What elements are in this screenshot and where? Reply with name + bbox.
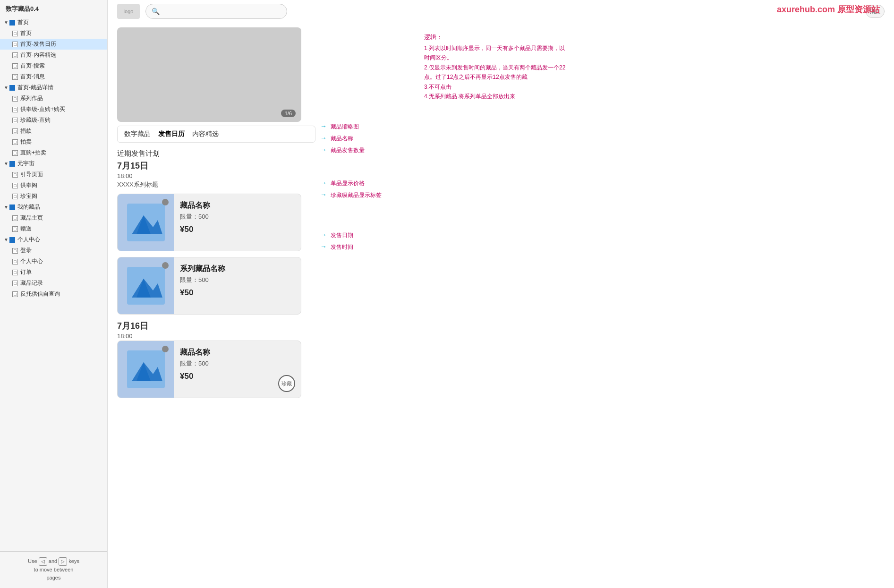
product-name-1: 藏品名称: [180, 201, 295, 211]
annot-time: → 发售时间: [320, 242, 353, 251]
tree-label-22: 个人中心: [20, 257, 43, 265]
product-info-2: 系列藏品名称 限量：500 ¥50: [174, 257, 301, 314]
product-limit-3: 限量：500: [180, 359, 295, 368]
page-icon-16: □: [12, 194, 18, 199]
sidebar-item-14[interactable]: □引导页面: [0, 169, 107, 180]
left-panel: 1/6 数字藏品 发售日历 内容精选 近期发售计划 7月15日 18:00 XX…: [117, 27, 315, 583]
product-card-2: 系列藏品名称 限量：500 ¥50: [117, 257, 301, 315]
page-icon-8: □: [12, 107, 18, 112]
sidebar-item-12[interactable]: □直购+拍卖: [0, 147, 107, 158]
sidebar-item-15[interactable]: □供奉阁: [0, 180, 107, 191]
tree-label-19: 赠送: [20, 225, 32, 233]
sidebar-item-1[interactable]: □首页: [0, 28, 107, 39]
sale-section: 近期发售计划 7月15日 18:00 XXXX系列标题: [117, 149, 315, 409]
mountain-icon-2: [127, 267, 165, 305]
search-bar[interactable]: 🔍: [145, 4, 287, 19]
group-icon-6: [9, 85, 15, 91]
sidebar-item-24[interactable]: □藏品记录: [0, 278, 107, 289]
sidebar-item-22[interactable]: □个人中心: [0, 256, 107, 267]
time-label-1: 18:00: [117, 172, 315, 179]
sidebar-item-25[interactable]: □反托供信自查询: [0, 289, 107, 299]
sidebar-item-17[interactable]: ▼我的藏品: [0, 202, 107, 213]
page-icon-4: □: [12, 63, 18, 69]
sidebar-item-8[interactable]: □供奉级-直购+购买: [0, 104, 107, 115]
tree-label-25: 反托供信自查询: [20, 290, 60, 298]
tree-label-7: 系列作品: [20, 94, 43, 102]
sidebar-item-20[interactable]: ▼个人中心: [0, 234, 107, 245]
sidebar-item-11[interactable]: □拍卖: [0, 136, 107, 147]
product-limit-1: 限量：500: [180, 213, 295, 221]
badge-zhen: 珍藏: [278, 375, 295, 392]
arrow-quantity: →: [320, 146, 327, 153]
sidebar-tree: ▼首页□首页□首页-发售日历□首页-内容精选□首页-搜索□首页-消息▼首页-藏品…: [0, 17, 107, 551]
product-card-3: 藏品名称 限量：500 ¥50 珍藏: [117, 341, 301, 398]
tree-label-18: 藏品主页: [20, 214, 43, 222]
sidebar-item-9[interactable]: □珍藏级-直购: [0, 115, 107, 126]
logic-title: 逻辑：: [424, 32, 566, 43]
page-icon-10: □: [12, 128, 18, 134]
banner-slider[interactable]: 1/6: [117, 27, 301, 122]
product-price-1: ¥50: [180, 225, 295, 234]
annot-badge: → 珍藏级藏品显示标签: [320, 190, 382, 199]
content-area: 1/6 数字藏品 发售日历 内容精选 近期发售计划 7月15日 18:00 XX…: [108, 23, 894, 588]
right-key-icon: ▷: [59, 557, 67, 566]
annot-date: → 发售日期: [320, 230, 353, 239]
tree-label-21: 登录: [20, 247, 32, 255]
product-price-2: ¥50: [180, 288, 295, 298]
tree-label-14: 引导页面: [20, 170, 43, 179]
tree-label-12: 直购+拍卖: [20, 149, 46, 157]
tree-arrow-17: ▼: [4, 205, 9, 210]
annot-badge-text: 珍藏级藏品显示标签: [331, 192, 382, 198]
page-icon-5: □: [12, 74, 18, 80]
page-icon-12: □: [12, 150, 18, 156]
page-icon-9: □: [12, 118, 18, 123]
sidebar-item-19[interactable]: □赠送: [0, 223, 107, 234]
group-icon-20: [9, 237, 15, 243]
sidebar-item-7[interactable]: □系列作品: [0, 93, 107, 104]
sidebar-item-18[interactable]: □藏品主页: [0, 213, 107, 223]
tree-arrow-13: ▼: [4, 161, 9, 166]
tree-label-5: 首页-消息: [20, 73, 45, 81]
footer-text: Use ◁ and ▷ keysto move betweenpages: [28, 558, 79, 581]
tab-sale-calendar[interactable]: 发售日历: [158, 130, 185, 138]
product-name-2: 系列藏品名称: [180, 264, 295, 274]
product-name-3: 藏品名称: [180, 348, 295, 358]
logic-box: 逻辑： 1.列表以时间顺序显示，同一天有多个藏品只需要期，以时间区分。 2.仅显…: [424, 32, 566, 101]
tree-label-10: 捐款: [20, 127, 32, 135]
sidebar-item-5[interactable]: □首页-消息: [0, 71, 107, 82]
annot-name-text: 藏品名称: [331, 135, 353, 142]
logic-item-2: 2.仅显示未到发售时间的藏品，当天有两个藏品发一个22点。过了12点之后不再显示…: [424, 63, 566, 82]
sidebar-item-23[interactable]: □订单: [0, 267, 107, 278]
sidebar-item-3[interactable]: □首页-内容精选: [0, 50, 107, 60]
arrow-price: →: [320, 179, 327, 187]
sidebar-item-16[interactable]: □珍宝阁: [0, 191, 107, 202]
tree-label-6: 首页-藏品详情: [17, 84, 53, 92]
sidebar-item-21[interactable]: □登录: [0, 245, 107, 256]
arrow-time: →: [320, 243, 327, 250]
sidebar-item-13[interactable]: ▼元宇宙: [0, 158, 107, 169]
mountain-icon-3: [127, 350, 165, 388]
date-title-1: 7月15日: [117, 160, 315, 171]
time-label-2: 18:00: [117, 332, 315, 340]
group-icon-0: [9, 20, 15, 26]
tree-arrow-0: ▼: [4, 20, 9, 25]
tab-content[interactable]: 内容精选: [192, 130, 219, 138]
annot-thumb-text: 藏品缩略图: [331, 123, 359, 130]
tab-digital[interactable]: 数字藏品: [124, 130, 151, 138]
product-thumb-3: [118, 341, 174, 398]
group-icon-13: [9, 161, 15, 167]
search-input[interactable]: [160, 8, 281, 15]
sidebar-item-0[interactable]: ▼首页: [0, 17, 107, 28]
sidebar-item-6[interactable]: ▼首页-藏品详情: [0, 82, 107, 93]
sidebar-item-2[interactable]: □首页-发售日历: [0, 39, 107, 50]
annot-price: → 单品显示价格: [320, 179, 365, 187]
tab-bar: 数字藏品 发售日历 内容精选: [117, 126, 315, 143]
page-icon-15: □: [12, 183, 18, 188]
page-icon-7: □: [12, 96, 18, 102]
sidebar-item-4[interactable]: □首页-搜索: [0, 60, 107, 71]
sidebar-item-10[interactable]: □捐款: [0, 126, 107, 136]
product-limit-2: 限量：500: [180, 276, 295, 284]
thumb-dot-1: [162, 199, 169, 205]
left-key-icon: ◁: [39, 557, 47, 566]
tree-label-20: 个人中心: [17, 236, 40, 244]
